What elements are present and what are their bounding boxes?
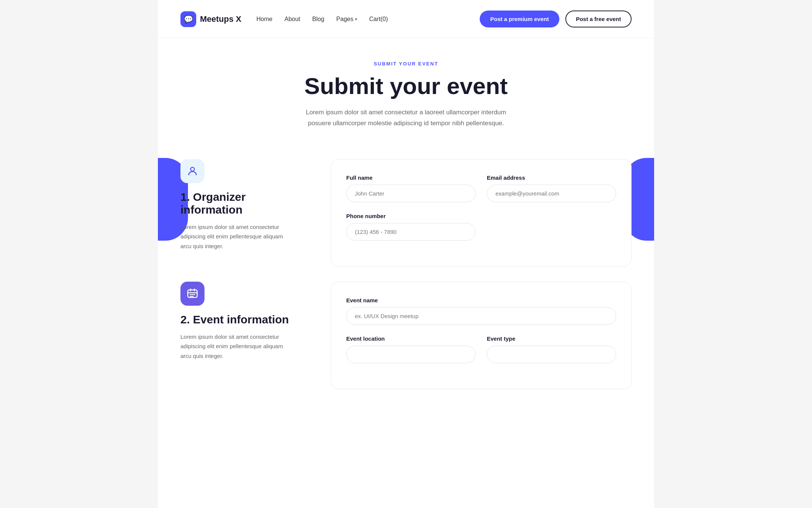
nav-links: Home About Blog Pages ▾ Cart(0) [256, 16, 388, 23]
email-label: Email address [487, 174, 616, 181]
phone-label: Phone number [346, 213, 476, 219]
navbar: 💬 Meetups X Home About Blog Pages ▾ Cart… [158, 0, 654, 38]
svg-point-0 [191, 167, 194, 171]
nav-right: Post a premium event Post a free event [480, 11, 632, 27]
event-location-group: Event location [346, 335, 476, 363]
event-name-group: Event name [346, 297, 616, 325]
nav-blog[interactable]: Blog [312, 16, 324, 22]
event-type-group: Event type [487, 335, 616, 363]
phone-group: Phone number [346, 213, 476, 241]
event-location-input[interactable] [346, 346, 476, 363]
nav-left: 💬 Meetups X Home About Blog Pages ▾ Cart… [180, 11, 388, 27]
nav-pages[interactable]: Pages ▾ [336, 16, 357, 23]
post-premium-button[interactable]: Post a premium event [480, 11, 559, 27]
form-sections: 1. Organizer information Lorem ipsum dol… [158, 148, 654, 427]
organizer-form-card: Full name Email address Phone number [331, 159, 632, 267]
event-description: Lorem ipsum dolor sit amet consectetur a… [180, 332, 293, 361]
event-row-2: Event location Event type [346, 335, 616, 363]
chevron-down-icon: ▾ [355, 17, 357, 22]
organizer-description: Lorem ipsum dolor sit amet consectetur a… [180, 222, 293, 251]
event-form-card: Event name Event location Event type [331, 282, 632, 389]
organizer-section-left: 1. Organizer information Lorem ipsum dol… [180, 159, 308, 267]
nav-about[interactable]: About [285, 16, 300, 22]
organizer-title: 1. Organizer information [180, 191, 308, 216]
hero-description: Lorem ipsum dolor sit amet consectetur a… [301, 107, 511, 129]
organizer-row-2: Phone number [346, 213, 616, 241]
full-name-label: Full name [346, 174, 476, 181]
hero-label: SUBMIT YOUR EVENT [180, 61, 632, 67]
full-name-input[interactable] [346, 185, 476, 202]
nav-cart[interactable]: Cart(0) [369, 16, 388, 22]
nav-home[interactable]: Home [256, 16, 273, 22]
event-section-left: 2. Event information Lorem ipsum dolor s… [180, 282, 308, 389]
post-free-button[interactable]: Post a free event [565, 11, 632, 27]
event-name-input[interactable] [346, 307, 616, 325]
event-section: 2. Event information Lorem ipsum dolor s… [180, 282, 632, 389]
full-name-group: Full name [346, 174, 476, 202]
email-input[interactable] [487, 185, 616, 202]
event-location-label: Event location [346, 335, 476, 342]
logo-text: Meetups X [200, 14, 241, 24]
phone-input[interactable] [346, 223, 476, 241]
email-group: Email address [487, 174, 616, 202]
logo-link[interactable]: 💬 Meetups X [180, 11, 241, 27]
page-wrapper: 💬 Meetups X Home About Blog Pages ▾ Cart… [158, 0, 654, 508]
event-type-label: Event type [487, 335, 616, 342]
hero-title: Submit your event [180, 73, 632, 99]
logo-icon: 💬 [180, 11, 196, 27]
event-name-label: Event name [346, 297, 616, 303]
organizer-section: 1. Organizer information Lorem ipsum dol… [180, 159, 632, 267]
event-title: 2. Event information [180, 313, 308, 326]
event-row-1: Event name [346, 297, 616, 325]
organizer-row-1: Full name Email address [346, 174, 616, 202]
event-icon [180, 282, 205, 306]
organizer-icon [180, 159, 205, 183]
event-type-input[interactable] [487, 346, 616, 363]
phone-spacer [487, 213, 616, 241]
hero-section: SUBMIT YOUR EVENT Submit your event Lore… [158, 38, 654, 148]
